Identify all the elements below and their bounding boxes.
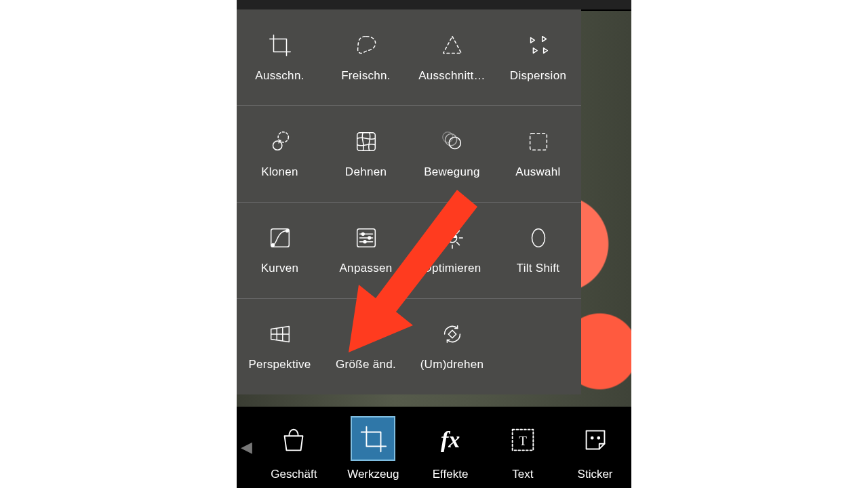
tool-label: Tilt Shift xyxy=(517,262,560,275)
tool-label: Optimieren xyxy=(422,262,481,275)
tool-stretch[interactable]: Dehnen xyxy=(323,106,409,201)
svg-point-13 xyxy=(363,241,366,243)
fx-icon: fx xyxy=(429,419,471,461)
perspective-icon xyxy=(267,321,293,347)
nav-text[interactable]: T Text xyxy=(502,419,544,488)
resize-icon xyxy=(353,321,379,347)
tool-label: Freischn. xyxy=(341,69,391,83)
adjust-icon xyxy=(353,225,379,251)
svg-point-11 xyxy=(361,233,364,236)
crop-icon xyxy=(351,416,395,461)
tool-label: Auswahl xyxy=(515,165,560,179)
curves-icon xyxy=(267,225,293,251)
svg-point-0 xyxy=(278,132,288,142)
svg-point-12 xyxy=(368,237,370,239)
nav-effects[interactable]: fx Effekte xyxy=(429,419,471,488)
svg-point-20 xyxy=(591,437,593,439)
tool-clone[interactable]: Klonen xyxy=(237,106,323,201)
svg-point-4 xyxy=(445,134,456,145)
bottom-nav: ◀ Geschäft Werkzeug fx Effekte T Text St… xyxy=(237,407,631,488)
tools-row: Perspektive Größe änd. (Um)drehen xyxy=(237,299,581,394)
selection-icon xyxy=(526,129,551,155)
svg-point-5 xyxy=(442,132,452,142)
tool-crop[interactable]: Ausschn. xyxy=(237,9,323,105)
nav-label: Sticker xyxy=(578,468,613,481)
svg-point-8 xyxy=(271,244,274,247)
svg-point-1 xyxy=(273,141,281,150)
tool-label: Größe änd. xyxy=(336,358,396,371)
lasso-icon xyxy=(353,33,379,58)
tool-tilt-shift[interactable]: Tilt Shift xyxy=(495,203,581,298)
nav-items: Geschäft Werkzeug fx Effekte T Text Stic… xyxy=(256,407,631,488)
nav-label: Effekte xyxy=(433,468,469,481)
tools-row: Ausschn. Freischn. Ausschnitt… Dispersio… xyxy=(237,9,581,106)
svg-rect-16 xyxy=(357,336,364,343)
tool-label: Ausschnitt… xyxy=(418,69,486,83)
nav-label: Text xyxy=(512,468,533,481)
motion-icon xyxy=(439,129,465,155)
shape-cut-icon xyxy=(439,33,465,58)
tools-row: Kurven Anpassen Optimieren Tilt Shift xyxy=(237,203,581,299)
svg-rect-6 xyxy=(530,134,547,150)
tilt-shift-icon xyxy=(526,225,551,251)
stretch-icon xyxy=(353,129,379,155)
tool-curves[interactable]: Kurven xyxy=(237,203,323,298)
tool-freehand-cut[interactable]: Freischn. xyxy=(323,9,409,105)
svg-rect-2 xyxy=(357,133,375,151)
tool-flip-rotate[interactable]: (Um)drehen xyxy=(409,299,495,394)
tool-label: Dehnen xyxy=(345,165,387,179)
tool-label: Anpassen xyxy=(339,262,392,275)
tool-resize[interactable]: Größe änd. xyxy=(323,299,409,394)
svg-text:T: T xyxy=(519,434,527,448)
tool-perspective[interactable]: Perspektive xyxy=(237,299,323,394)
text-icon: T xyxy=(502,419,544,461)
nav-label: Werkzeug xyxy=(347,468,399,481)
nav-scroll-left[interactable]: ◀ xyxy=(237,439,256,456)
nav-shop[interactable]: Geschäft xyxy=(271,419,317,488)
dispersion-icon xyxy=(526,33,551,58)
sticker-icon xyxy=(574,419,616,461)
nav-label: Geschäft xyxy=(271,468,317,481)
phone-frame: Ausschn. Freischn. Ausschnitt… Dispersio… xyxy=(237,0,631,488)
tool-label: Klonen xyxy=(261,165,298,179)
tool-enhance[interactable]: Optimieren xyxy=(409,203,495,298)
flip-rotate-icon xyxy=(439,321,465,347)
tool-selection[interactable]: Auswahl xyxy=(495,106,581,201)
shop-icon xyxy=(273,419,315,461)
tool-adjust[interactable]: Anpassen xyxy=(323,203,409,298)
tool-label: Kurven xyxy=(261,262,299,275)
tools-panel: Ausschn. Freischn. Ausschnitt… Dispersio… xyxy=(237,9,581,394)
enhance-icon xyxy=(439,225,465,251)
tool-motion[interactable]: Bewegung xyxy=(409,106,495,201)
tool-label: Bewegung xyxy=(424,165,480,179)
tool-label: Ausschn. xyxy=(255,69,304,83)
tool-label: Perspektive xyxy=(248,358,311,371)
svg-point-3 xyxy=(449,137,460,148)
svg-point-9 xyxy=(285,230,288,232)
nav-tools[interactable]: Werkzeug xyxy=(347,416,399,488)
svg-point-21 xyxy=(597,437,599,439)
crop-icon xyxy=(267,33,293,58)
clone-icon xyxy=(267,129,293,155)
tool-label: Dispersion xyxy=(510,69,566,83)
tool-label: (Um)drehen xyxy=(420,358,484,371)
tools-row: Klonen Dehnen Bewegung Auswahl xyxy=(237,106,581,202)
nav-sticker[interactable]: Sticker xyxy=(574,419,616,488)
tool-dispersion[interactable]: Dispersion xyxy=(495,9,581,105)
tool-shape-cutout[interactable]: Ausschnitt… xyxy=(409,9,495,105)
